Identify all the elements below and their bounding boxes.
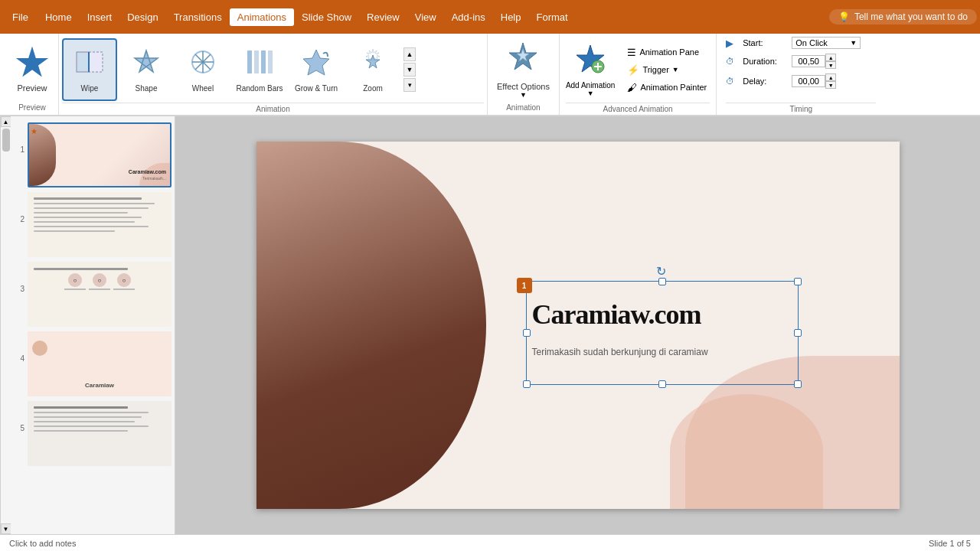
delay-spinner: ▲ ▼: [825, 73, 836, 89]
ribbon-toolbar: Preview Preview Wipe: [0, 34, 980, 116]
menu-format[interactable]: Format: [529, 8, 576, 26]
handle-top-right[interactable]: [794, 278, 802, 285]
animation-section: Wipe Shape: [59, 34, 488, 115]
delay-up[interactable]: ▲: [825, 73, 836, 81]
menu-design[interactable]: Design: [119, 8, 165, 26]
slide-subtitle: Terimakasih sudah berkunjung di caramiaw: [532, 347, 792, 357]
delay-value[interactable]: 00,00: [792, 75, 825, 87]
slide-number-2: 2: [14, 192, 24, 223]
delay-icon: ⏱: [726, 77, 738, 86]
panel-scrollbar: ▲ ▼: [0, 116, 11, 534]
slide-item-5[interactable]: 5: [14, 401, 172, 466]
anim-grow-turn[interactable]: Grow & Turn: [289, 38, 344, 101]
menu-view[interactable]: View: [407, 8, 444, 26]
tell-me-search[interactable]: 💡 Tell me what you want to do: [829, 9, 977, 24]
shape-icon: [132, 47, 161, 83]
add-animation-icon: [573, 42, 607, 78]
start-icon: ▶: [726, 37, 738, 49]
slide-thumb-4[interactable]: Caramiaw: [28, 331, 172, 396]
timing-start-row: ▶ Start: On Click ▼: [726, 37, 876, 49]
effect-options-label: Effect Options: [497, 82, 550, 91]
slide-list: 1 Caramiaw.com Terimakasih... ★ 2: [11, 116, 175, 534]
scroll-more-btn[interactable]: ▾: [403, 78, 416, 92]
statusbar-right: Slide 1 of 5: [929, 539, 971, 548]
panel-scroll-up[interactable]: ▲: [1, 116, 11, 127]
effect-options-section[interactable]: Effect Options ▼ Animation: [488, 34, 560, 115]
menu-help[interactable]: Help: [493, 8, 529, 26]
duration-spinner: ▲ ▼: [825, 54, 836, 69]
timing-duration-row: ⏱ Duration: 00,50 ▲ ▼: [726, 54, 876, 69]
rotate-handle[interactable]: ↻: [656, 264, 668, 276]
slide-thumb-1[interactable]: Caramiaw.com Terimakasih... ★: [28, 122, 172, 187]
animation-pane-btn[interactable]: ☰ Animation Pane: [624, 45, 710, 60]
scroll-down-btn[interactable]: ▼: [403, 63, 416, 77]
svg-rect-12: [268, 51, 273, 73]
slide-canvas[interactable]: ↻ 1 Caramiaw.com Terimakasih sudah: [256, 142, 900, 509]
slide-panel: 1 Caramiaw.com Terimakasih... ★ 2: [11, 116, 175, 534]
add-animation-chevron: ▼: [587, 90, 594, 97]
trigger-btn[interactable]: ⚡ Trigger ▼: [624, 63, 710, 77]
menu-slideshow[interactable]: Slide Show: [294, 8, 359, 26]
anim-wipe[interactable]: Wipe: [62, 38, 117, 101]
scroll-up-btn[interactable]: ▲: [403, 47, 416, 61]
animation-pane-label: Animation Pane: [639, 47, 699, 57]
slide-item-1[interactable]: 1 Caramiaw.com Terimakasih... ★: [14, 122, 172, 187]
handle-top-mid[interactable]: [658, 278, 666, 285]
duration-up[interactable]: ▲: [825, 54, 836, 61]
duration-down[interactable]: ▼: [825, 61, 836, 69]
anim-shape[interactable]: Shape: [119, 38, 174, 101]
animation-pane-icon: ☰: [627, 47, 636, 58]
anim-random-bars[interactable]: Random Bars: [232, 38, 287, 101]
anim-random-bars-label: Random Bars: [236, 84, 283, 93]
handle-bot-mid[interactable]: [658, 380, 666, 388]
lightbulb-icon: 💡: [838, 11, 850, 22]
menu-review[interactable]: Review: [359, 8, 407, 26]
notes-area[interactable]: Click to add notes: [9, 539, 929, 548]
delay-down[interactable]: ▼: [825, 81, 836, 89]
notes-placeholder: Click to add notes: [9, 539, 76, 548]
menu-insert[interactable]: Insert: [80, 8, 120, 26]
slide-thumb-3[interactable]: ○ ○ ○: [28, 262, 172, 327]
panel-scroll-thumb[interactable]: [2, 129, 10, 152]
animation-section-label: Animation: [62, 103, 484, 115]
effect-options-section-label: Animation: [506, 102, 540, 112]
slide-thumb-2[interactable]: [28, 192, 172, 257]
animation-painter-label: Animation Painter: [640, 83, 707, 92]
timing-delay-row: ⏱ Delay: 00,00 ▲ ▼: [726, 73, 876, 89]
start-value: On Click: [795, 38, 828, 47]
slide-item-2[interactable]: 2: [14, 192, 172, 257]
panel-scroll-track: [1, 127, 11, 523]
thumb1-title: Caramiaw.com: [129, 169, 166, 174]
menu-animations[interactable]: Animations: [230, 8, 294, 26]
menu-home[interactable]: Home: [38, 8, 80, 26]
file-menu-item[interactable]: File: [3, 8, 38, 26]
slide-number-5: 5: [14, 401, 24, 432]
anim-zoom-label: Zoom: [363, 84, 383, 93]
delay-input: 00,00 ▲ ▼: [792, 73, 836, 89]
handle-mid-left[interactable]: [523, 329, 531, 337]
animation-painter-icon: 🖌: [627, 82, 637, 93]
animation-strip: Wipe Shape: [62, 37, 484, 103]
anim-wheel[interactable]: Wheel: [175, 38, 230, 101]
menu-transitions[interactable]: Transitions: [166, 8, 230, 26]
add-animation-btn[interactable]: Add Animation ▼: [566, 42, 616, 97]
handle-bot-right[interactable]: [794, 380, 802, 388]
slide-item-3[interactable]: 3 ○ ○: [14, 262, 172, 327]
duration-input: 00,50 ▲ ▼: [792, 54, 836, 69]
handle-bot-left[interactable]: [523, 380, 531, 388]
advanced-section-label: Advanced Animation: [566, 103, 710, 115]
bg-shape-dark: [256, 142, 486, 509]
animation-painter-btn[interactable]: 🖌 Animation Painter: [624, 80, 710, 95]
start-select[interactable]: On Click ▼: [792, 37, 861, 49]
menu-addins[interactable]: Add-ins: [444, 8, 493, 26]
handle-mid-right[interactable]: [794, 329, 802, 337]
duration-value[interactable]: 00,50: [792, 55, 825, 67]
slide-thumb-5[interactable]: [28, 401, 172, 466]
preview-star-icon: [15, 47, 49, 80]
selected-text-box[interactable]: ↻ 1 Caramiaw.com Terimakasih sudah: [532, 287, 792, 379]
anim-zoom[interactable]: Zoom: [345, 38, 400, 101]
canvas-area: ↻ 1 Caramiaw.com Terimakasih sudah: [175, 116, 980, 534]
slide-item-4[interactable]: 4 Caramiaw: [14, 331, 172, 396]
panel-scroll-down[interactable]: ▼: [1, 523, 11, 534]
svg-rect-11: [261, 51, 266, 73]
